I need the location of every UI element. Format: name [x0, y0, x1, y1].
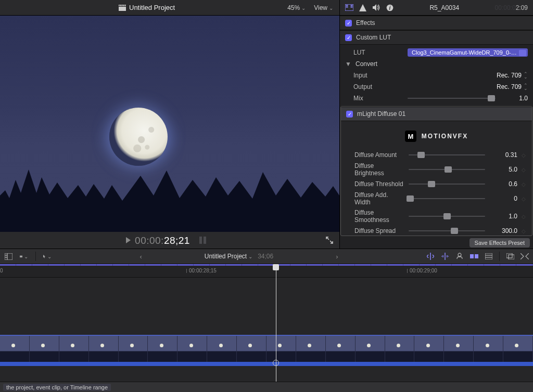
keyframe-icon[interactable]: ◇	[522, 228, 527, 234]
mlight-header[interactable]: ✓ mLight Diffuse 01	[341, 107, 532, 121]
clip-thumbnail	[148, 336, 177, 362]
param-value[interactable]: 1.0	[489, 213, 517, 220]
svg-rect-0	[119, 7, 126, 11]
lut-dropdown[interactable]: Clog3_CinemaGamut-WideDR_709_0-…	[408, 48, 528, 57]
effects-section-header[interactable]: ✓ Effects	[340, 16, 533, 30]
fullscreen-icon[interactable]	[326, 237, 333, 244]
keyframe-icon[interactable]: ◇	[522, 196, 527, 202]
viewer-canvas[interactable]	[0, 16, 339, 232]
clip-thumbnail	[237, 336, 266, 362]
param-value[interactable]: 0.6	[489, 180, 517, 188]
clip-name: R5_A0034	[399, 4, 490, 11]
timeline-ruler[interactable]: 0 00:00:28;15 00:00:29;00	[0, 264, 533, 278]
skimming-icon[interactable]	[426, 252, 435, 260]
mix-slider[interactable]	[408, 98, 496, 99]
timeline-tracks[interactable]	[0, 278, 533, 382]
param-slider[interactable]	[409, 169, 485, 170]
next-edit-button[interactable]: ›	[336, 253, 338, 260]
motionvfx-logo-icon: M	[405, 130, 416, 142]
viewer-timecode[interactable]: 00:00:28;21	[135, 234, 190, 246]
output-label: Output	[345, 83, 403, 90]
convert-disclosure-icon[interactable]: ▼	[345, 60, 351, 68]
timeline-clip[interactable]	[0, 335, 533, 366]
tool-select-dropdown[interactable]	[43, 252, 52, 260]
transitions-browser-icon[interactable]	[521, 252, 529, 260]
clip-thumbnail	[177, 336, 207, 362]
param-label: Diffuse Add. Width	[346, 191, 404, 206]
mix-label: Mix	[345, 95, 403, 102]
input-dropdown[interactable]: Rec. 709⌃⌄	[497, 72, 528, 79]
param-slider[interactable]	[409, 184, 485, 185]
param-slider[interactable]	[409, 216, 485, 217]
audio-inspector-icon[interactable]	[372, 4, 380, 12]
timeline[interactable]: 0 00:00:28;15 00:00:29;00	[0, 264, 533, 382]
effects-checkbox[interactable]: ✓	[345, 20, 352, 27]
audio-skimming-icon[interactable]	[441, 252, 449, 260]
clip-video-thumbnails	[0, 335, 533, 362]
viewer-footer: 00:00:28;21	[0, 232, 339, 249]
param-label: Diffuse Threshold	[346, 180, 404, 188]
ruler-stripe	[0, 264, 533, 266]
viewer-header: Untitled Project 45% View	[0, 0, 339, 16]
keyframe-icon[interactable]: ◇	[522, 214, 527, 219]
param-label: Diffuse Smoothness	[346, 209, 404, 224]
svg-rect-8	[346, 7, 348, 8]
output-dropdown[interactable]: Rec. 709⌃⌄	[497, 83, 528, 90]
effects-browser-icon[interactable]	[506, 252, 514, 260]
svg-rect-19	[20, 257, 22, 257]
svg-text:i: i	[389, 5, 391, 11]
svg-rect-14	[5, 253, 12, 260]
pause-icon	[199, 237, 206, 244]
param-label: Diffuse Brightness	[346, 162, 404, 177]
svg-marker-11	[359, 4, 366, 11]
param-value[interactable]: 0	[489, 195, 517, 202]
keyframe-icon[interactable]: ◇	[522, 167, 527, 173]
mlight-checkbox[interactable]: ✓	[346, 111, 353, 117]
clip-thumbnail	[414, 336, 444, 362]
mlight-label: mLight Diffuse 01	[357, 110, 405, 117]
svg-rect-28	[509, 255, 514, 259]
keyframe-icon[interactable]: ◇	[522, 181, 527, 187]
project-title: Untitled Project	[129, 4, 175, 11]
color-inspector-icon[interactable]	[359, 4, 367, 12]
timeline-layout-icon[interactable]	[485, 252, 493, 260]
custom-lut-header[interactable]: ✓ Custom LUT	[340, 30, 533, 45]
playhead-handle-icon[interactable]	[273, 360, 279, 366]
motionvfx-brand: M MOTIONVFX	[341, 121, 532, 149]
input-label: Input	[345, 72, 403, 79]
video-inspector-icon[interactable]	[345, 4, 353, 12]
param-row: Diffuse Add. Width0◇	[341, 190, 532, 207]
zoom-dropdown[interactable]: 45%	[287, 4, 306, 11]
snapping-icon[interactable]	[470, 252, 478, 260]
play-icon[interactable]	[126, 237, 131, 243]
param-value[interactable]: 0.31	[489, 151, 517, 159]
tree-silhouette	[0, 149, 339, 232]
param-slider[interactable]	[409, 230, 485, 231]
svg-rect-27	[506, 253, 512, 258]
inspector-timecode: 00:00:02:09	[495, 4, 528, 11]
custom-lut-checkbox[interactable]: ✓	[345, 34, 352, 41]
prev-edit-button[interactable]: ‹	[139, 253, 142, 260]
clip-appearance-dropdown[interactable]	[20, 252, 28, 260]
param-row: Diffuse Smoothness1.0◇	[341, 207, 532, 225]
solo-icon[interactable]	[455, 252, 464, 260]
save-effects-preset-button[interactable]: Save Effects Preset	[469, 238, 530, 247]
info-inspector-icon[interactable]: i	[386, 4, 394, 12]
mix-value[interactable]: 1.0	[500, 95, 528, 102]
view-dropdown[interactable]: View	[314, 4, 333, 11]
clip-thumbnail	[474, 336, 503, 362]
status-message: the project, event clip, or Timeline ran…	[3, 384, 111, 391]
clip-thumbnail	[444, 336, 474, 362]
param-slider[interactable]	[409, 154, 485, 155]
svg-rect-22	[470, 254, 474, 258]
param-slider[interactable]	[409, 198, 485, 199]
svg-rect-24	[485, 253, 492, 259]
svg-rect-9	[351, 5, 353, 6]
param-value[interactable]: 300.0	[489, 227, 517, 234]
clip-thumbnail	[326, 336, 356, 362]
param-value[interactable]: 5.0	[489, 166, 517, 173]
keyframe-icon[interactable]: ◇	[522, 152, 527, 158]
param-row: Diffuse Spread300.0◇	[341, 225, 532, 236]
timeline-project-dropdown[interactable]: Untitled Project	[205, 253, 252, 260]
index-icon[interactable]	[4, 252, 12, 260]
